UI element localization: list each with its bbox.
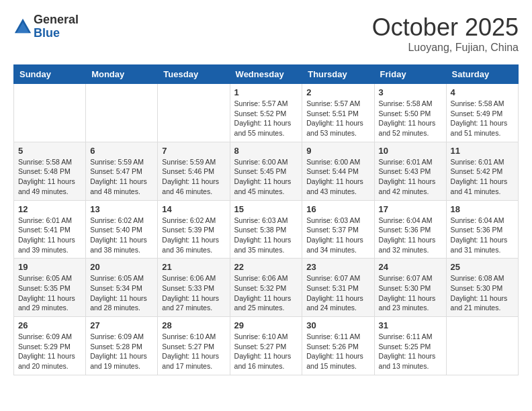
day-info: Sunrise: 6:00 AM Sunset: 5:44 PM Dayligh… [306, 157, 369, 197]
calendar-day-cell: 19Sunrise: 6:05 AM Sunset: 5:35 PM Dayli… [14, 259, 86, 317]
day-info: Sunrise: 6:02 AM Sunset: 5:39 PM Dayligh… [162, 216, 225, 255]
day-number: 26 [18, 320, 81, 330]
calendar-day-cell: 17Sunrise: 6:04 AM Sunset: 5:36 PM Dayli… [374, 200, 446, 259]
calendar-day-cell: 12Sunrise: 6:01 AM Sunset: 5:41 PM Dayli… [14, 200, 86, 259]
day-number: 24 [379, 262, 442, 272]
calendar-day-cell: 31Sunrise: 6:11 AM Sunset: 5:25 PM Dayli… [374, 317, 446, 375]
day-number: 8 [234, 146, 298, 156]
calendar-day-cell: 13Sunrise: 6:02 AM Sunset: 5:40 PM Dayli… [86, 200, 158, 259]
month-title: October 2025 [372, 13, 519, 42]
weekday-header: Saturday [446, 65, 518, 84]
day-info: Sunrise: 5:58 AM Sunset: 5:49 PM Dayligh… [451, 99, 514, 138]
logo-blue: Blue [34, 26, 60, 40]
day-info: Sunrise: 6:10 AM Sunset: 5:27 PM Dayligh… [162, 332, 225, 371]
day-number: 5 [18, 146, 81, 156]
day-info: Sunrise: 6:00 AM Sunset: 5:45 PM Dayligh… [234, 157, 298, 197]
calendar-day-cell: 18Sunrise: 6:04 AM Sunset: 5:36 PM Dayli… [446, 200, 518, 259]
calendar-day-cell: 3Sunrise: 5:58 AM Sunset: 5:50 PM Daylig… [374, 84, 446, 142]
day-info: Sunrise: 6:06 AM Sunset: 5:32 PM Dayligh… [234, 273, 298, 313]
day-info: Sunrise: 5:57 AM Sunset: 5:52 PM Dayligh… [234, 99, 298, 138]
calendar-body: 1Sunrise: 5:57 AM Sunset: 5:52 PM Daylig… [14, 84, 519, 375]
day-info: Sunrise: 5:57 AM Sunset: 5:51 PM Dayligh… [306, 99, 369, 138]
day-info: Sunrise: 6:11 AM Sunset: 5:26 PM Dayligh… [306, 332, 369, 371]
day-number: 12 [18, 204, 81, 214]
calendar-day-cell: 4Sunrise: 5:58 AM Sunset: 5:49 PM Daylig… [446, 84, 518, 142]
day-number: 17 [379, 204, 442, 214]
day-info: Sunrise: 6:01 AM Sunset: 5:42 PM Dayligh… [451, 157, 514, 197]
weekday-header: Wednesday [230, 65, 302, 84]
calendar-day-cell: 26Sunrise: 6:09 AM Sunset: 5:29 PM Dayli… [14, 317, 86, 375]
calendar-day-cell: 22Sunrise: 6:06 AM Sunset: 5:32 PM Dayli… [230, 259, 302, 317]
day-info: Sunrise: 6:05 AM Sunset: 5:34 PM Dayligh… [90, 273, 153, 313]
day-info: Sunrise: 6:08 AM Sunset: 5:30 PM Dayligh… [451, 273, 514, 313]
day-number: 21 [162, 262, 225, 272]
calendar-day-cell [86, 84, 158, 142]
calendar-week-row: 1Sunrise: 5:57 AM Sunset: 5:52 PM Daylig… [14, 84, 519, 142]
calendar-day-cell: 20Sunrise: 6:05 AM Sunset: 5:34 PM Dayli… [86, 259, 158, 317]
day-info: Sunrise: 6:01 AM Sunset: 5:41 PM Dayligh… [18, 216, 81, 255]
calendar-day-cell: 10Sunrise: 6:01 AM Sunset: 5:43 PM Dayli… [374, 142, 446, 200]
calendar-week-row: 19Sunrise: 6:05 AM Sunset: 5:35 PM Dayli… [14, 259, 519, 317]
calendar-day-cell: 16Sunrise: 6:03 AM Sunset: 5:37 PM Dayli… [302, 200, 374, 259]
calendar-day-cell: 24Sunrise: 6:07 AM Sunset: 5:30 PM Dayli… [374, 259, 446, 317]
day-info: Sunrise: 6:10 AM Sunset: 5:27 PM Dayligh… [234, 332, 298, 371]
location: Luoyang, Fujian, China [372, 42, 519, 54]
calendar-day-cell: 1Sunrise: 5:57 AM Sunset: 5:52 PM Daylig… [230, 84, 302, 142]
day-number: 19 [18, 262, 81, 272]
day-info: Sunrise: 6:09 AM Sunset: 5:28 PM Dayligh… [90, 332, 153, 371]
weekday-header: Sunday [14, 65, 86, 84]
day-info: Sunrise: 6:03 AM Sunset: 5:37 PM Dayligh… [306, 216, 369, 255]
calendar-day-cell: 23Sunrise: 6:07 AM Sunset: 5:31 PM Dayli… [302, 259, 374, 317]
page-header: General Blue October 2025 Luoyang, Fujia… [13, 13, 519, 54]
day-number: 6 [90, 146, 153, 156]
day-number: 22 [234, 262, 298, 272]
logo-icon [13, 17, 32, 36]
day-info: Sunrise: 6:06 AM Sunset: 5:33 PM Dayligh… [162, 273, 225, 313]
weekday-header: Friday [374, 65, 446, 84]
day-info: Sunrise: 6:01 AM Sunset: 5:43 PM Dayligh… [379, 157, 442, 197]
day-number: 14 [162, 204, 225, 214]
calendar-week-row: 26Sunrise: 6:09 AM Sunset: 5:29 PM Dayli… [14, 317, 519, 375]
calendar-day-cell: 28Sunrise: 6:10 AM Sunset: 5:27 PM Dayli… [158, 317, 230, 375]
calendar-day-cell: 14Sunrise: 6:02 AM Sunset: 5:39 PM Dayli… [158, 200, 230, 259]
calendar-day-cell: 29Sunrise: 6:10 AM Sunset: 5:27 PM Dayli… [230, 317, 302, 375]
day-number: 18 [451, 204, 514, 214]
day-number: 28 [162, 320, 225, 330]
day-number: 7 [162, 146, 225, 156]
calendar-day-cell: 6Sunrise: 5:59 AM Sunset: 5:47 PM Daylig… [86, 142, 158, 200]
logo: General Blue [13, 13, 79, 40]
calendar-day-cell: 9Sunrise: 6:00 AM Sunset: 5:44 PM Daylig… [302, 142, 374, 200]
day-info: Sunrise: 6:03 AM Sunset: 5:38 PM Dayligh… [234, 216, 298, 255]
calendar-day-cell: 11Sunrise: 6:01 AM Sunset: 5:42 PM Dayli… [446, 142, 518, 200]
weekday-header: Monday [86, 65, 158, 84]
day-number: 20 [90, 262, 153, 272]
day-number: 13 [90, 204, 153, 214]
day-info: Sunrise: 6:11 AM Sunset: 5:25 PM Dayligh… [379, 332, 442, 371]
weekday-row: SundayMondayTuesdayWednesdayThursdayFrid… [14, 65, 519, 84]
weekday-header: Thursday [302, 65, 374, 84]
calendar-day-cell [14, 84, 86, 142]
day-number: 2 [306, 87, 369, 97]
day-number: 3 [379, 87, 442, 97]
day-number: 29 [234, 320, 298, 330]
calendar-header: SundayMondayTuesdayWednesdayThursdayFrid… [14, 65, 519, 84]
calendar-day-cell: 30Sunrise: 6:11 AM Sunset: 5:26 PM Dayli… [302, 317, 374, 375]
day-number: 9 [306, 146, 369, 156]
weekday-header: Tuesday [158, 65, 230, 84]
day-info: Sunrise: 6:02 AM Sunset: 5:40 PM Dayligh… [90, 216, 153, 255]
day-number: 27 [90, 320, 153, 330]
day-number: 25 [451, 262, 514, 272]
day-info: Sunrise: 5:58 AM Sunset: 5:50 PM Dayligh… [379, 99, 442, 138]
day-number: 1 [234, 87, 298, 97]
logo-general: General [34, 13, 79, 26]
day-info: Sunrise: 5:59 AM Sunset: 5:47 PM Dayligh… [90, 157, 153, 197]
calendar-day-cell: 7Sunrise: 5:59 AM Sunset: 5:46 PM Daylig… [158, 142, 230, 200]
day-info: Sunrise: 6:09 AM Sunset: 5:29 PM Dayligh… [18, 332, 81, 371]
calendar-day-cell: 5Sunrise: 5:58 AM Sunset: 5:48 PM Daylig… [14, 142, 86, 200]
title-block: October 2025 Luoyang, Fujian, China [372, 13, 519, 54]
day-info: Sunrise: 6:07 AM Sunset: 5:31 PM Dayligh… [306, 273, 369, 313]
day-number: 16 [306, 204, 369, 214]
day-info: Sunrise: 5:59 AM Sunset: 5:46 PM Dayligh… [162, 157, 225, 197]
day-number: 23 [306, 262, 369, 272]
day-number: 4 [451, 87, 514, 97]
